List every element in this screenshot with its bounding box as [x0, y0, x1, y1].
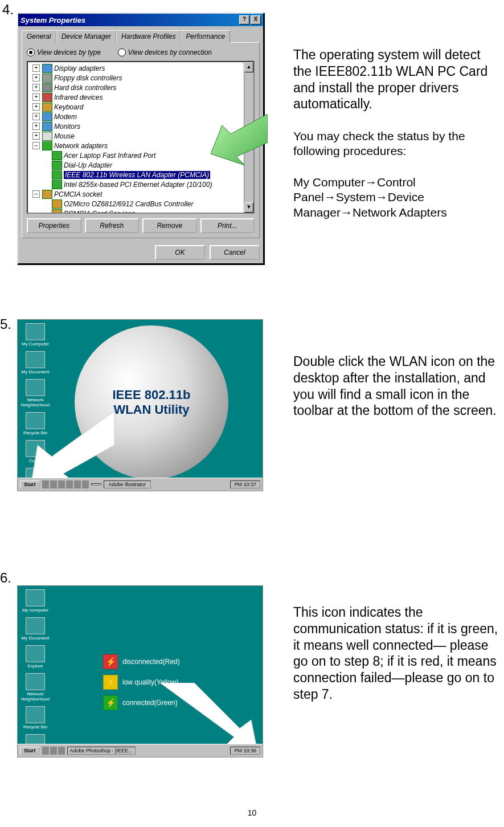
status-label: low quality(Yellow) — [122, 678, 178, 686]
tree-row[interactable]: –PCMCIA socket — [29, 189, 252, 199]
desktop-icon[interactable]: Explore — [21, 645, 50, 669]
desktop-icon[interactable]: My Document — [21, 351, 50, 374]
help-button[interactable]: ? — [239, 15, 249, 25]
expand-icon[interactable]: + — [32, 84, 40, 91]
tree-row[interactable]: PCMCIA Card Services — [29, 209, 252, 214]
expand-icon[interactable]: + — [32, 113, 40, 120]
explorer-icon — [26, 645, 45, 662]
radio-by-connection[interactable]: View devices by connection — [118, 48, 212, 56]
status-label: connected(Green) — [122, 699, 178, 707]
ql-icon[interactable] — [58, 747, 65, 755]
tree-row[interactable]: +Mouse — [29, 131, 252, 141]
task-button[interactable] — [91, 483, 101, 486]
tree-row[interactable]: Acer Laptop Fast Infrared Port — [29, 150, 252, 160]
cancel-button[interactable]: Cancel — [210, 245, 260, 260]
ok-button[interactable]: OK — [155, 245, 205, 260]
desktop-icon[interactable]: Network Neighborhood — [21, 673, 50, 702]
expand-icon[interactable]: + — [32, 64, 40, 72]
tree-row[interactable]: +Floppy disk controllers — [29, 73, 252, 83]
ql-icon[interactable] — [50, 480, 57, 488]
ql-icon[interactable] — [82, 480, 89, 488]
tree-row[interactable]: Dial-Up Adapter — [29, 160, 252, 170]
ql-icon[interactable] — [50, 747, 57, 755]
tab-strip: General Device Manager Hardware Profiles… — [18, 26, 263, 42]
print-button[interactable]: Print... — [200, 218, 255, 233]
icon-label: Cool'n — [21, 458, 50, 463]
step-5-number: 5. — [0, 316, 11, 332]
ql-icon[interactable] — [74, 480, 81, 488]
tab-performance[interactable]: Performance — [181, 30, 230, 43]
tree-row[interactable]: –Network adapters — [29, 141, 252, 150]
tree-label: Acer Laptop Fast Infrared Port — [64, 152, 155, 160]
clock: PM 10:36 — [230, 747, 260, 755]
quicklaunch[interactable] — [42, 480, 89, 488]
tree-row-selected[interactable]: IEEE 802.11b Wireless LAN Adapter (PCMCI… — [29, 170, 252, 180]
circle-text-1: IEEE 802.11b — [113, 388, 191, 402]
tree-row[interactable]: Intel 8255x-based PCI Ethernet Adapter (… — [29, 180, 252, 189]
expand-icon[interactable]: + — [32, 132, 40, 140]
taskbar[interactable]: Start Adobe Photoshop - [IEEE... PM 10:3… — [18, 744, 263, 757]
titlebar[interactable]: System Properties ? X — [18, 14, 263, 26]
desktop-icon[interactable]: Recycle Bin — [21, 412, 50, 435]
start-button[interactable]: Start — [20, 480, 40, 488]
expand-icon[interactable]: + — [32, 93, 40, 101]
network-icon — [26, 673, 45, 690]
desktop-icon[interactable]: Network Neighborhood — [21, 379, 50, 408]
remove-button[interactable]: Remove — [142, 218, 197, 233]
tree-scrollbar[interactable]: ▲ ▼ — [244, 62, 253, 213]
tree-row[interactable]: +Hard disk controllers — [29, 83, 252, 92]
task-button[interactable]: Adobe Photoshop - [IEEE... — [67, 747, 136, 755]
desktop-screenshot-6: My computer My Document Explore Network … — [17, 585, 263, 757]
radio-by-type[interactable]: View devices by type — [27, 48, 101, 56]
ql-icon[interactable] — [42, 480, 49, 488]
expand-icon[interactable]: + — [32, 74, 40, 82]
start-button[interactable]: Start — [20, 747, 40, 755]
refresh-button[interactable]: Refresh — [85, 218, 140, 233]
desktop-icon[interactable]: Cool'n — [21, 440, 50, 463]
radio-dot-icon — [118, 48, 126, 56]
recycle-icon — [26, 412, 45, 429]
tree-label: IEEE 802.11b Wireless LAN Adapter (PCMCI… — [64, 171, 210, 179]
desktop-icon[interactable]: Recycle Bin — [21, 706, 50, 730]
tree-row[interactable]: +Monitors — [29, 121, 252, 131]
harddisk-icon — [42, 83, 52, 92]
tree-label: Display adapters — [54, 64, 105, 72]
collapse-icon[interactable]: – — [32, 142, 40, 149]
properties-button[interactable]: Properties — [27, 218, 81, 233]
tree-row[interactable]: +Keyboard — [29, 102, 252, 112]
desktop-screenshot-5: My Computer My Document Network Neighbor… — [17, 319, 263, 491]
circle-text-2: WLAN Utility — [113, 402, 189, 417]
ql-icon[interactable] — [66, 480, 73, 488]
expand-icon[interactable]: + — [32, 123, 40, 130]
collapse-icon[interactable]: – — [32, 190, 40, 198]
device-tree[interactable]: +Display adapters +Floppy disk controlle… — [27, 61, 255, 214]
tree-row[interactable]: +Infrared devices — [29, 92, 252, 102]
quicklaunch[interactable] — [42, 747, 65, 755]
task-button[interactable]: Adobe Illustrator — [104, 480, 151, 488]
computer-icon — [26, 589, 45, 606]
tree-row[interactable]: O2Micro OZ6812/6912 CardBus Controller — [29, 199, 252, 209]
tree-label: Modem — [54, 113, 77, 121]
folder-icon — [26, 617, 45, 634]
tab-general[interactable]: General — [22, 30, 56, 43]
status-row: ⚡ connected(Green) — [103, 695, 180, 710]
close-button[interactable]: X — [251, 15, 261, 25]
tree-row[interactable]: +Display adapters — [29, 63, 252, 73]
taskbar[interactable]: Start Adobe Illustrator PM 10:37 — [18, 478, 263, 491]
scroll-down-icon[interactable]: ▼ — [244, 202, 253, 213]
ql-icon[interactable] — [58, 480, 65, 488]
icon-label: Explore — [21, 663, 50, 669]
computer-icon — [26, 323, 45, 340]
tree-label: Infrared devices — [54, 93, 103, 101]
desktop-icon[interactable]: My Computer — [21, 323, 50, 347]
tab-device-manager[interactable]: Device Manager — [56, 30, 116, 43]
ql-icon[interactable] — [42, 747, 49, 755]
desktop-icon[interactable]: My computer — [21, 589, 50, 613]
expand-icon[interactable]: + — [32, 103, 40, 111]
icon-label: My Computer — [21, 341, 50, 347]
tree-row[interactable]: +Modem — [29, 112, 252, 121]
scroll-up-icon[interactable]: ▲ — [244, 62, 253, 72]
tab-hardware-profiles[interactable]: Hardware Profiles — [116, 30, 181, 43]
desktop-icon[interactable]: My Document — [21, 617, 50, 641]
recycle-icon — [26, 706, 45, 723]
